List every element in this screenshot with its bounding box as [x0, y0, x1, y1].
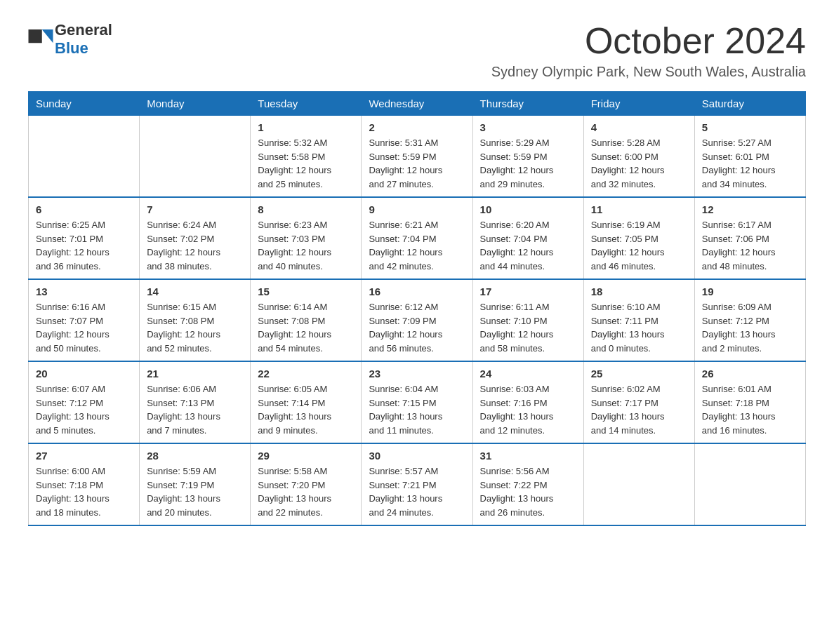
day-number: 5 [702, 121, 798, 133]
day-number: 30 [369, 450, 465, 462]
calendar-cell: 14Sunrise: 6:15 AM Sunset: 7:08 PM Dayli… [140, 279, 251, 361]
day-info: Sunrise: 6:23 AM Sunset: 7:03 PM Dayligh… [258, 218, 354, 273]
day-number: 11 [591, 203, 687, 215]
day-number: 12 [702, 203, 798, 215]
day-number: 14 [147, 286, 243, 297]
calendar-cell: 24Sunrise: 6:03 AM Sunset: 7:16 PM Dayli… [472, 361, 583, 443]
day-info: Sunrise: 6:04 AM Sunset: 7:15 PM Dayligh… [369, 382, 465, 437]
day-info: Sunrise: 6:07 AM Sunset: 7:12 PM Dayligh… [36, 382, 132, 437]
logo-general-text: General [55, 21, 112, 39]
calendar-cell: 13Sunrise: 6:16 AM Sunset: 7:07 PM Dayli… [29, 279, 140, 361]
calendar-cell: 8Sunrise: 6:23 AM Sunset: 7:03 PM Daylig… [251, 197, 362, 279]
day-number: 7 [147, 203, 243, 215]
day-info: Sunrise: 5:58 AM Sunset: 7:20 PM Dayligh… [258, 464, 354, 519]
calendar-table: SundayMondayTuesdayWednesdayThursdayFrid… [28, 91, 806, 526]
calendar-cell: 16Sunrise: 6:12 AM Sunset: 7:09 PM Dayli… [362, 279, 472, 361]
day-info: Sunrise: 6:12 AM Sunset: 7:09 PM Dayligh… [369, 300, 465, 355]
day-info: Sunrise: 6:15 AM Sunset: 7:08 PM Dayligh… [147, 300, 243, 355]
calendar-cell: 7Sunrise: 6:24 AM Sunset: 7:02 PM Daylig… [140, 197, 251, 279]
day-number: 26 [702, 368, 798, 380]
day-info: Sunrise: 5:28 AM Sunset: 6:00 PM Dayligh… [591, 136, 687, 191]
day-number: 25 [591, 368, 687, 380]
calendar-cell [583, 443, 694, 525]
day-info: Sunrise: 6:02 AM Sunset: 7:17 PM Dayligh… [591, 382, 687, 437]
calendar-cell: 3Sunrise: 5:29 AM Sunset: 5:59 PM Daylig… [472, 116, 583, 198]
calendar-week-row: 13Sunrise: 6:16 AM Sunset: 7:07 PM Dayli… [29, 279, 806, 361]
day-info: Sunrise: 6:16 AM Sunset: 7:07 PM Dayligh… [36, 300, 132, 355]
day-info: Sunrise: 6:24 AM Sunset: 7:02 PM Dayligh… [147, 218, 243, 273]
day-number: 31 [480, 450, 576, 462]
day-info: Sunrise: 5:31 AM Sunset: 5:59 PM Dayligh… [369, 136, 465, 191]
day-number: 4 [591, 121, 687, 133]
day-number: 1 [258, 121, 354, 133]
day-number: 23 [369, 368, 465, 380]
day-info: Sunrise: 6:25 AM Sunset: 7:01 PM Dayligh… [36, 218, 132, 273]
title-block: October 2024 Sydney Olympic Park, New So… [491, 21, 806, 80]
calendar-cell: 30Sunrise: 5:57 AM Sunset: 7:21 PM Dayli… [362, 443, 472, 525]
calendar-cell: 4Sunrise: 5:28 AM Sunset: 6:00 PM Daylig… [583, 116, 694, 198]
logo: General Blue [28, 21, 112, 58]
calendar-cell: 23Sunrise: 6:04 AM Sunset: 7:15 PM Dayli… [362, 361, 472, 443]
calendar-cell: 20Sunrise: 6:07 AM Sunset: 7:12 PM Dayli… [29, 361, 140, 443]
calendar-cell: 27Sunrise: 6:00 AM Sunset: 7:18 PM Dayli… [29, 443, 140, 525]
day-info: Sunrise: 5:57 AM Sunset: 7:21 PM Dayligh… [369, 464, 465, 519]
day-number: 10 [480, 203, 576, 215]
calendar-cell: 29Sunrise: 5:58 AM Sunset: 7:20 PM Dayli… [251, 443, 362, 525]
day-info: Sunrise: 6:17 AM Sunset: 7:06 PM Dayligh… [702, 218, 798, 273]
day-info: Sunrise: 5:29 AM Sunset: 5:59 PM Dayligh… [480, 136, 576, 191]
day-number: 13 [36, 286, 132, 297]
day-info: Sunrise: 5:59 AM Sunset: 7:19 PM Dayligh… [147, 464, 243, 519]
location-subtitle: Sydney Olympic Park, New South Wales, Au… [491, 64, 806, 80]
day-number: 19 [702, 286, 798, 297]
day-number: 9 [369, 203, 465, 215]
calendar-cell: 25Sunrise: 6:02 AM Sunset: 7:17 PM Dayli… [583, 361, 694, 443]
day-number: 20 [36, 368, 132, 380]
day-of-week-header: Thursday [472, 92, 583, 116]
calendar-cell: 11Sunrise: 6:19 AM Sunset: 7:05 PM Dayli… [583, 197, 694, 279]
day-info: Sunrise: 6:03 AM Sunset: 7:16 PM Dayligh… [480, 382, 576, 437]
day-info: Sunrise: 6:19 AM Sunset: 7:05 PM Dayligh… [591, 218, 687, 273]
day-number: 15 [258, 286, 354, 297]
day-info: Sunrise: 5:32 AM Sunset: 5:58 PM Dayligh… [258, 136, 354, 191]
day-of-week-header: Saturday [694, 92, 805, 116]
calendar-cell: 10Sunrise: 6:20 AM Sunset: 7:04 PM Dayli… [472, 197, 583, 279]
calendar-cell: 28Sunrise: 5:59 AM Sunset: 7:19 PM Dayli… [140, 443, 251, 525]
day-info: Sunrise: 6:05 AM Sunset: 7:14 PM Dayligh… [258, 382, 354, 437]
day-info: Sunrise: 6:20 AM Sunset: 7:04 PM Dayligh… [480, 218, 576, 273]
svg-marker-1 [42, 29, 53, 43]
day-info: Sunrise: 6:01 AM Sunset: 7:18 PM Dayligh… [702, 382, 798, 437]
calendar-cell: 26Sunrise: 6:01 AM Sunset: 7:18 PM Dayli… [694, 361, 805, 443]
calendar-cell: 22Sunrise: 6:05 AM Sunset: 7:14 PM Dayli… [251, 361, 362, 443]
day-number: 8 [258, 203, 354, 215]
calendar-cell [694, 443, 805, 525]
day-number: 2 [369, 121, 465, 133]
day-number: 6 [36, 203, 132, 215]
calendar-cell: 15Sunrise: 6:14 AM Sunset: 7:08 PM Dayli… [251, 279, 362, 361]
day-info: Sunrise: 6:11 AM Sunset: 7:10 PM Dayligh… [480, 300, 576, 355]
calendar-cell: 2Sunrise: 5:31 AM Sunset: 5:59 PM Daylig… [362, 116, 472, 198]
calendar-cell: 21Sunrise: 6:06 AM Sunset: 7:13 PM Dayli… [140, 361, 251, 443]
calendar-cell: 18Sunrise: 6:10 AM Sunset: 7:11 PM Dayli… [583, 279, 694, 361]
day-of-week-header: Monday [140, 92, 251, 116]
svg-rect-0 [29, 29, 42, 43]
day-info: Sunrise: 6:09 AM Sunset: 7:12 PM Dayligh… [702, 300, 798, 355]
calendar-cell: 19Sunrise: 6:09 AM Sunset: 7:12 PM Dayli… [694, 279, 805, 361]
calendar-cell: 6Sunrise: 6:25 AM Sunset: 7:01 PM Daylig… [29, 197, 140, 279]
logo-icon [28, 29, 53, 49]
day-of-week-header: Sunday [29, 92, 140, 116]
calendar-cell: 17Sunrise: 6:11 AM Sunset: 7:10 PM Dayli… [472, 279, 583, 361]
day-info: Sunrise: 6:00 AM Sunset: 7:18 PM Dayligh… [36, 464, 132, 519]
day-info: Sunrise: 6:10 AM Sunset: 7:11 PM Dayligh… [591, 300, 687, 355]
day-number: 22 [258, 368, 354, 380]
day-info: Sunrise: 6:06 AM Sunset: 7:13 PM Dayligh… [147, 382, 243, 437]
calendar-cell: 9Sunrise: 6:21 AM Sunset: 7:04 PM Daylig… [362, 197, 472, 279]
day-number: 24 [480, 368, 576, 380]
day-of-week-header: Tuesday [251, 92, 362, 116]
day-number: 27 [36, 450, 132, 462]
day-number: 17 [480, 286, 576, 297]
page-header: General Blue October 2024 Sydney Olympic… [28, 21, 806, 80]
calendar-cell: 31Sunrise: 5:56 AM Sunset: 7:22 PM Dayli… [472, 443, 583, 525]
calendar-cell: 12Sunrise: 6:17 AM Sunset: 7:06 PM Dayli… [694, 197, 805, 279]
calendar-header-row: SundayMondayTuesdayWednesdayThursdayFrid… [29, 92, 806, 116]
day-number: 28 [147, 450, 243, 462]
